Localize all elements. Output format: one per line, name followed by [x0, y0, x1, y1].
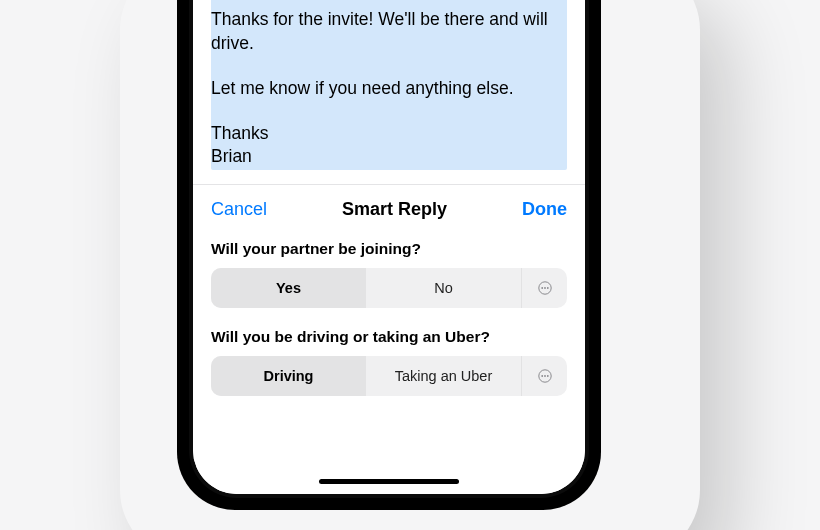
- email-body-2: Let me know if you need anything else.: [211, 77, 567, 100]
- done-button[interactable]: Done: [522, 199, 567, 220]
- more-options-button[interactable]: [521, 268, 567, 308]
- svg-point-2: [544, 287, 546, 289]
- choice-driving[interactable]: Driving: [211, 356, 366, 396]
- phone-frame: Hi Jasmine Thanks for the invite! We'll …: [177, 0, 601, 510]
- more-options-button[interactable]: [521, 356, 567, 396]
- email-signoff: Thanks: [211, 122, 567, 145]
- email-body-1: Thanks for the invite! We'll be there an…: [211, 8, 567, 55]
- question-1-prompt: Will your partner be joining?: [211, 240, 567, 258]
- screen: Hi Jasmine Thanks for the invite! We'll …: [193, 0, 585, 494]
- question-2-prompt: Will you be driving or taking an Uber?: [211, 328, 567, 346]
- email-selected-text: Hi Jasmine Thanks for the invite! We'll …: [211, 0, 567, 170]
- choice-no[interactable]: No: [366, 268, 521, 308]
- choice-yes[interactable]: Yes: [211, 268, 366, 308]
- svg-point-1: [541, 287, 543, 289]
- smart-reply-sheet: Cancel Smart Reply Done Will your partne…: [193, 185, 585, 494]
- ellipsis-icon: [537, 368, 553, 384]
- email-sender: Brian: [211, 145, 567, 168]
- question-1-choices: Yes No: [211, 268, 567, 308]
- home-indicator[interactable]: [319, 479, 459, 484]
- svg-point-7: [546, 375, 548, 377]
- question-2-choices: Driving Taking an Uber: [211, 356, 567, 396]
- svg-point-6: [544, 375, 546, 377]
- sheet-header: Cancel Smart Reply Done: [211, 199, 567, 220]
- svg-point-5: [541, 375, 543, 377]
- choice-uber[interactable]: Taking an Uber: [366, 356, 521, 396]
- email-compose-body[interactable]: Hi Jasmine Thanks for the invite! We'll …: [193, 0, 585, 185]
- svg-point-3: [546, 287, 548, 289]
- phone-bezel: Hi Jasmine Thanks for the invite! We'll …: [189, 0, 589, 498]
- sheet-title: Smart Reply: [342, 199, 447, 220]
- ellipsis-icon: [537, 280, 553, 296]
- cancel-button[interactable]: Cancel: [211, 199, 267, 220]
